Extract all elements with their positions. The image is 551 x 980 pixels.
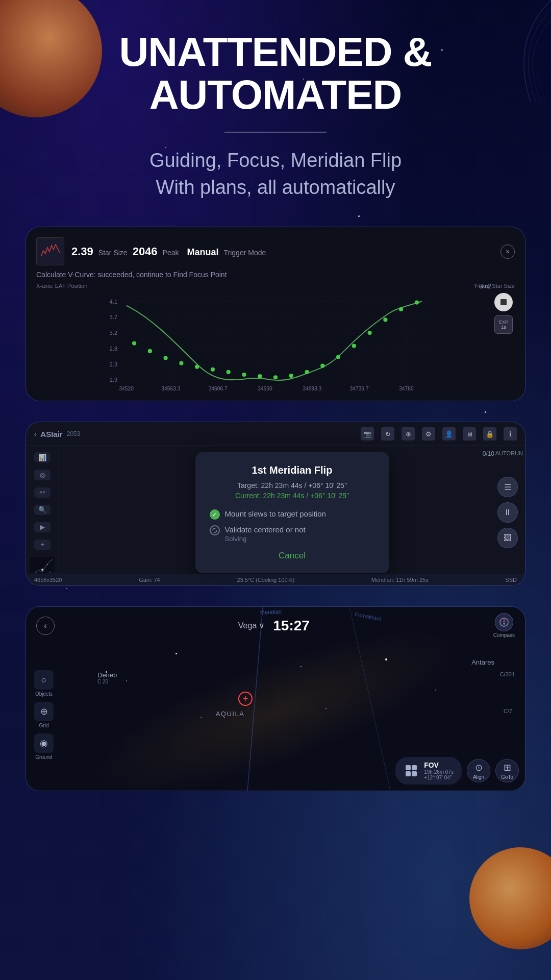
fov-control[interactable]: FOV 19h 26m 07s +12° 07' 04" xyxy=(395,757,462,785)
svg-text:34520: 34520 xyxy=(119,386,134,391)
meridian-topbar-icons: 📷 ↻ ⊕ ⚙ 👤 🖥 🔒 ℹ xyxy=(361,427,517,440)
svg-marker-59 xyxy=(503,622,505,626)
svg-point-34 xyxy=(242,373,246,377)
autorun-label: AUTORUN xyxy=(495,450,523,456)
flip-target: Target: 22h 23m 44s / +06° 10' 25" xyxy=(210,481,375,489)
icon-lock[interactable]: 🔒 xyxy=(483,427,496,440)
meridian-back-icon[interactable]: ‹ xyxy=(34,430,36,438)
svg-point-38 xyxy=(305,370,309,374)
icon-info[interactable]: ℹ xyxy=(504,427,517,440)
meridian-status-bar: 4656x3520 Gain: 74 23.5°C (Cooling 100%)… xyxy=(26,574,525,585)
sidebar-objects[interactable]: ○ Objects xyxy=(34,670,54,697)
svg-point-39 xyxy=(320,364,324,368)
sidebar-autorun-icon[interactable]: ▶ xyxy=(34,522,51,532)
meridian-right-controls: ☰ ⏸ 🖼 xyxy=(497,477,518,548)
sidebar-guide-icon[interactable]: ◎ xyxy=(34,470,51,480)
svg-point-35 xyxy=(258,374,262,378)
app-name: ASIair xyxy=(40,430,62,438)
sidebar-af-icon[interactable]: AF xyxy=(34,487,51,498)
hamburger-menu[interactable]: ☰ xyxy=(497,477,518,497)
meridian-flip-card: ‹ ASIair 2053 📷 ↻ ⊕ ⚙ 👤 🖥 🔒 ℹ xyxy=(26,422,525,586)
svg-text:2.8: 2.8 xyxy=(110,346,118,352)
starmap-thumbnail[interactable] xyxy=(30,557,55,573)
svg-text:1.9: 1.9 xyxy=(110,377,118,383)
meridian-sidebar: 📊 ◎ AF 🔍 ▶ + xyxy=(26,446,59,579)
svg-text:3.7: 3.7 xyxy=(110,314,118,321)
focus-screen: 2.39 Star Size 2046 Peak Manual Trigger … xyxy=(26,227,525,401)
bin-label: Bin2 xyxy=(479,283,491,290)
focus-screen-card: 2.39 Star Size 2046 Peak Manual Trigger … xyxy=(26,227,525,401)
focus-subtitle: Calculate V-Curve: succeeded, continue t… xyxy=(36,271,515,279)
focus-thumbnail xyxy=(36,237,64,265)
svg-point-42 xyxy=(368,331,372,335)
sidebar-ground[interactable]: ◉ Ground xyxy=(34,733,54,760)
svg-text:34606.7: 34606.7 xyxy=(209,386,228,391)
meridian-topbar: ‹ ASIair 2053 📷 ↻ ⊕ ⚙ 👤 🖥 🔒 ℹ xyxy=(26,422,525,446)
sidebar-grid[interactable]: ⊕ Grid xyxy=(34,702,54,728)
svg-rect-46 xyxy=(500,299,507,305)
cancel-button[interactable]: Cancel xyxy=(210,551,375,561)
svg-text:2.3: 2.3 xyxy=(110,361,118,368)
svg-text:34563.3: 34563.3 xyxy=(161,386,180,391)
image-preview[interactable]: 🖼 xyxy=(497,528,518,548)
pause-button[interactable]: ⏸ xyxy=(497,502,518,523)
icon-person[interactable]: 👤 xyxy=(442,427,456,440)
exposure-control[interactable]: EXP 1s xyxy=(494,315,513,334)
main-title: UNATTENDED & AUTOMATED xyxy=(26,31,525,116)
step1-check: ✓ xyxy=(210,509,220,520)
sidebar-focus-icon[interactable]: 🔍 xyxy=(34,505,51,515)
svg-point-33 xyxy=(227,370,231,374)
goto-button[interactable]: ⊞ GoTo xyxy=(495,759,519,782)
starmap-screen: Meridian Fomalhaut ‹ Vega ∨ 15:27 xyxy=(26,607,525,791)
icon-camera[interactable]: 📷 xyxy=(361,427,374,440)
flip-modal-title: 1st Meridian Flip xyxy=(210,464,375,476)
step1-text: Mount slews to target position xyxy=(225,509,326,519)
icon-refresh[interactable]: ↻ xyxy=(381,427,394,440)
subtitle: Guiding, Focus, Meridian Flip With plans… xyxy=(149,147,402,201)
svg-text:34693.3: 34693.3 xyxy=(303,386,321,391)
starmap-time: 15:27 xyxy=(273,618,310,634)
svg-text:34650: 34650 xyxy=(258,386,272,391)
svg-point-41 xyxy=(352,344,356,348)
battery-indicator: 2053 xyxy=(67,430,81,437)
svg-marker-58 xyxy=(503,619,505,622)
focus-header: 2.39 Star Size 2046 Peak Manual Trigger … xyxy=(36,237,515,265)
svg-text:4.1: 4.1 xyxy=(110,299,118,305)
icon-monitor[interactable]: 🖥 xyxy=(463,427,476,440)
target-crosshair: + xyxy=(238,692,253,706)
sidebar-chart-icon[interactable]: 📊 xyxy=(34,452,51,462)
flip-step-1: ✓ Mount slews to target position xyxy=(210,509,375,520)
svg-point-45 xyxy=(415,301,419,305)
vcurve-chart: 4.1 3.7 3.2 2.8 2.3 1.9 34520 34563.3 34… xyxy=(36,291,515,393)
svg-point-43 xyxy=(383,318,387,322)
svg-point-31 xyxy=(195,365,199,369)
sidebar-goto-icon[interactable]: + xyxy=(34,540,51,550)
svg-point-51 xyxy=(49,572,51,573)
starmap-back-button[interactable]: ‹ xyxy=(36,617,55,635)
focus-chart-area: X-axis: EAF Position Y-axis: Star Size xyxy=(36,283,515,400)
starmap-bottom-bar: FOV 19h 26m 07s +12° 07' 04" ⊙ Align ⊞ G… xyxy=(395,757,519,785)
svg-point-48 xyxy=(41,569,43,571)
icon-settings[interactable]: ⚙ xyxy=(422,427,435,440)
flip-current: Current: 22h 23m 44s / +06° 10' 25" xyxy=(210,492,375,500)
svg-text:3.2: 3.2 xyxy=(110,330,118,336)
align-button[interactable]: ⊙ Align xyxy=(467,759,490,782)
svg-point-27 xyxy=(132,341,136,346)
meridian-body: 📊 ◎ AF 🔍 ▶ + xyxy=(26,446,525,579)
icon-crosshair[interactable]: ⊕ xyxy=(402,427,415,440)
svg-point-29 xyxy=(164,356,168,360)
step2-spinner xyxy=(210,525,220,535)
stop-button[interactable] xyxy=(494,293,513,311)
focus-close-button[interactable]: × xyxy=(500,244,515,259)
svg-point-52 xyxy=(213,528,217,532)
starmap-card: Meridian Fomalhaut ‹ Vega ∨ 15:27 xyxy=(26,606,525,791)
location-selector[interactable]: Vega ∨ xyxy=(238,621,265,630)
step2-content: Validate centered or not Solving xyxy=(225,525,306,543)
chart-right-controls: EXP 1s xyxy=(494,293,513,334)
svg-point-30 xyxy=(179,361,183,365)
compass-button[interactable]: Compass xyxy=(493,613,515,638)
meridian-main: 0/10 AUTORUN 1st Meridian Flip Target: 2… xyxy=(59,446,525,579)
chart-axes-label: X-axis: EAF Position Y-axis: Star Size xyxy=(36,283,515,289)
c201-label: C/201 xyxy=(500,671,515,677)
svg-point-32 xyxy=(211,368,215,372)
